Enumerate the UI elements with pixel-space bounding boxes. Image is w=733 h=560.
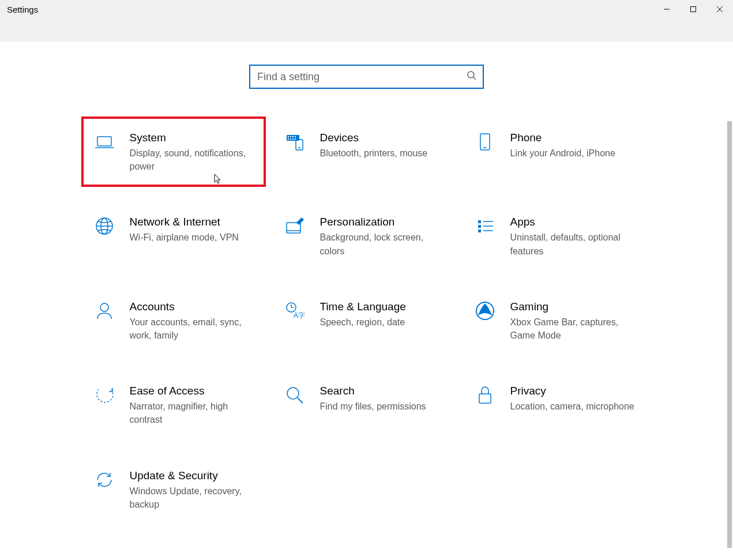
person-icon: [93, 299, 116, 322]
tile-desc: Background, lock screen, colors: [320, 231, 445, 257]
svg-rect-14: [290, 138, 291, 140]
tile-apps[interactable]: Apps Uninstall, defaults, optional featu…: [462, 208, 646, 264]
svg-point-4: [468, 72, 474, 78]
window-controls: [653, 0, 733, 18]
svg-line-39: [298, 398, 303, 403]
svg-rect-15: [292, 138, 294, 140]
tile-accounts[interactable]: Accounts Your accounts, email, sync, wor…: [81, 292, 266, 349]
tile-title: Network & Internet: [130, 216, 254, 228]
tile-search[interactable]: Search Find my files, permissions: [272, 377, 456, 433]
svg-point-32: [100, 303, 108, 311]
tile-desc: Your accounts, email, sync, work, family: [130, 315, 254, 342]
tile-title: Phone: [510, 131, 635, 144]
tile-title: Gaming: [510, 300, 635, 313]
svg-rect-13: [288, 138, 289, 140]
svg-rect-1: [691, 7, 696, 12]
svg-point-18: [298, 147, 300, 149]
ease-of-access-icon: [93, 384, 116, 407]
tile-system[interactable]: System Display, sound, notifications, po…: [81, 116, 266, 187]
search-input[interactable]: [257, 71, 467, 83]
svg-rect-10: [290, 136, 291, 137]
tile-title: Personalization: [320, 216, 445, 228]
search-icon: [467, 70, 477, 83]
tile-time-language[interactable]: A字 Time & Language Speech, region, date: [272, 292, 456, 349]
tile-desc: Bluetooth, printers, mouse: [320, 146, 445, 160]
svg-rect-16: [295, 138, 296, 140]
phone-icon: [473, 130, 497, 153]
window-title: Settings: [7, 5, 38, 14]
close-icon: [716, 6, 723, 13]
tile-desc: Wi-Fi, airplane mode, VPN: [130, 231, 254, 244]
settings-grid: System Display, sound, notifications, po…: [81, 123, 652, 518]
svg-line-5: [473, 77, 476, 80]
svg-rect-27: [478, 225, 481, 228]
svg-rect-40: [479, 394, 491, 403]
tile-title: Update & Security: [130, 469, 254, 482]
tile-ease-of-access[interactable]: Ease of Access Narrator, magnifier, high…: [81, 377, 266, 433]
tile-network[interactable]: Network & Internet Wi-Fi, airplane mode,…: [81, 208, 266, 264]
svg-point-38: [287, 388, 299, 399]
tile-privacy[interactable]: Privacy Location, camera, microphone: [462, 377, 646, 433]
apps-icon: [473, 215, 497, 238]
maximize-icon: [690, 6, 697, 13]
svg-rect-9: [288, 136, 289, 137]
tile-desc: Xbox Game Bar, captures, Game Mode: [510, 315, 635, 342]
tile-gaming[interactable]: Gaming Xbox Game Bar, captures, Game Mod…: [462, 292, 646, 349]
tile-desc: Location, camera, microphone: [510, 400, 635, 413]
tile-phone[interactable]: Phone Link your Android, iPhone: [462, 123, 646, 180]
search-box[interactable]: [249, 65, 484, 89]
globe-icon: [93, 215, 116, 238]
maximize-button[interactable]: [680, 0, 706, 18]
titlebar: Settings: [0, 0, 733, 42]
tile-title: Accounts: [130, 300, 254, 313]
tile-desc: Windows Update, recovery, backup: [130, 484, 254, 511]
svg-rect-11: [292, 136, 294, 137]
content: System Display, sound, notifications, po…: [0, 42, 733, 518]
laptop-icon: [93, 130, 116, 153]
scrollbar[interactable]: [727, 121, 732, 548]
svg-rect-28: [478, 230, 481, 232]
tile-desc: Speech, region, date: [320, 315, 445, 329]
tile-devices[interactable]: Devices Bluetooth, printers, mouse: [272, 123, 456, 180]
tile-title: System: [130, 131, 252, 144]
devices-icon: [283, 130, 306, 153]
svg-text:A字: A字: [294, 311, 305, 320]
update-icon: [93, 468, 116, 491]
svg-rect-26: [478, 220, 481, 223]
tile-title: Ease of Access: [130, 385, 254, 397]
tile-desc: Uninstall, defaults, optional features: [510, 231, 635, 257]
tile-update-security[interactable]: Update & Security Windows Update, recove…: [81, 461, 266, 518]
svg-rect-6: [97, 137, 111, 146]
gaming-icon: [473, 299, 497, 322]
tile-desc: Link your Android, iPhone: [510, 146, 635, 160]
tile-title: Privacy: [510, 385, 635, 397]
tile-desc: Find my files, permissions: [320, 400, 445, 413]
tile-title: Search: [320, 385, 445, 397]
minimize-icon: [663, 6, 670, 13]
lock-icon: [473, 384, 497, 407]
tile-desc: Narrator, magnifier, high contrast: [130, 400, 254, 426]
tile-title: Devices: [320, 131, 445, 144]
tile-desc: Display, sound, notifications, power: [130, 146, 252, 173]
tile-title: Time & Language: [320, 300, 445, 313]
personalization-icon: [283, 215, 306, 238]
tile-title: Apps: [510, 216, 635, 228]
minimize-button[interactable]: [653, 0, 680, 18]
close-button[interactable]: [706, 0, 733, 18]
tile-personalization[interactable]: Personalization Background, lock screen,…: [272, 208, 456, 264]
time-language-icon: A字: [283, 299, 306, 322]
svg-rect-12: [295, 136, 296, 137]
search-tile-icon: [283, 384, 306, 407]
